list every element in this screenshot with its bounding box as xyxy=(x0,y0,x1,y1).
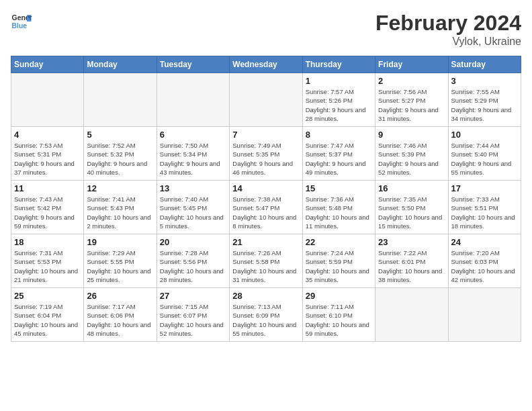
day-info: Sunrise: 7:33 AMSunset: 5:51 PMDaylight:… xyxy=(451,195,518,230)
calendar-day-cell: 4Sunrise: 7:53 AMSunset: 5:31 PMDaylight… xyxy=(11,127,84,181)
calendar-day-cell: 23Sunrise: 7:22 AMSunset: 6:01 PMDayligh… xyxy=(375,234,448,288)
calendar-day-cell: 6Sunrise: 7:50 AMSunset: 5:34 PMDaylight… xyxy=(157,127,229,181)
day-info: Sunrise: 7:15 AMSunset: 6:07 PMDaylight:… xyxy=(160,302,226,338)
day-number: 20 xyxy=(160,237,226,247)
calendar-day-cell: 9Sunrise: 7:46 AMSunset: 5:39 PMDaylight… xyxy=(375,127,448,181)
logo-icon: General Blue xyxy=(11,11,32,32)
day-info: Sunrise: 7:47 AMSunset: 5:37 PMDaylight:… xyxy=(306,141,372,177)
calendar-day-cell: 28Sunrise: 7:13 AMSunset: 6:09 PMDayligh… xyxy=(230,288,302,342)
day-info: Sunrise: 7:29 AMSunset: 5:55 PMDaylight:… xyxy=(87,248,153,284)
day-number: 18 xyxy=(14,237,81,247)
calendar-day-cell xyxy=(157,73,229,127)
day-number: 14 xyxy=(232,183,299,193)
calendar-day-cell: 13Sunrise: 7:40 AMSunset: 5:45 PMDayligh… xyxy=(157,181,229,234)
day-info: Sunrise: 7:11 AMSunset: 6:10 PMDaylight:… xyxy=(306,302,372,338)
day-number: 28 xyxy=(232,291,299,301)
calendar-table: SundayMondayTuesdayWednesdayThursdayFrid… xyxy=(11,56,521,342)
weekday-header-thursday: Thursday xyxy=(302,56,375,73)
svg-text:Blue: Blue xyxy=(12,22,28,30)
day-number: 12 xyxy=(87,183,153,193)
day-number: 25 xyxy=(14,291,81,301)
month-year-title: February 2024 xyxy=(375,11,521,36)
calendar-week-row: 4Sunrise: 7:53 AMSunset: 5:31 PMDaylight… xyxy=(11,127,521,181)
calendar-day-cell: 5Sunrise: 7:52 AMSunset: 5:32 PMDaylight… xyxy=(84,127,157,181)
day-info: Sunrise: 7:36 AMSunset: 5:48 PMDaylight:… xyxy=(306,195,372,230)
day-info: Sunrise: 7:50 AMSunset: 5:34 PMDaylight:… xyxy=(160,141,226,177)
day-number: 9 xyxy=(378,130,445,140)
day-info: Sunrise: 7:41 AMSunset: 5:43 PMDaylight:… xyxy=(87,195,153,230)
day-number: 26 xyxy=(87,291,153,301)
location-subtitle: Vylok, Ukraine xyxy=(375,36,521,48)
calendar-day-cell: 10Sunrise: 7:44 AMSunset: 5:40 PMDayligh… xyxy=(448,127,521,181)
weekday-header-monday: Monday xyxy=(84,56,157,73)
calendar-day-cell: 19Sunrise: 7:29 AMSunset: 5:55 PMDayligh… xyxy=(84,234,157,288)
calendar-day-cell: 7Sunrise: 7:49 AMSunset: 5:35 PMDaylight… xyxy=(230,127,302,181)
day-info: Sunrise: 7:55 AMSunset: 5:29 PMDaylight:… xyxy=(451,87,518,123)
day-number: 6 xyxy=(160,130,226,140)
calendar-day-cell: 1Sunrise: 7:57 AMSunset: 5:26 PMDaylight… xyxy=(302,73,375,127)
day-info: Sunrise: 7:38 AMSunset: 5:47 PMDaylight:… xyxy=(232,195,299,230)
day-number: 15 xyxy=(306,183,372,193)
calendar-day-cell: 24Sunrise: 7:20 AMSunset: 6:03 PMDayligh… xyxy=(448,234,521,288)
day-number: 17 xyxy=(451,183,518,193)
day-info: Sunrise: 7:28 AMSunset: 5:56 PMDaylight:… xyxy=(160,248,226,284)
day-info: Sunrise: 7:22 AMSunset: 6:01 PMDaylight:… xyxy=(378,248,445,284)
calendar-day-cell: 17Sunrise: 7:33 AMSunset: 5:51 PMDayligh… xyxy=(448,181,521,234)
page-header: General Blue February 2024 Vylok, Ukrain… xyxy=(11,11,521,48)
day-number: 24 xyxy=(451,237,518,247)
day-number: 3 xyxy=(451,76,518,86)
day-number: 7 xyxy=(232,130,299,140)
day-info: Sunrise: 7:46 AMSunset: 5:39 PMDaylight:… xyxy=(378,141,445,177)
calendar-day-cell: 21Sunrise: 7:26 AMSunset: 5:58 PMDayligh… xyxy=(230,234,302,288)
day-number: 27 xyxy=(160,291,226,301)
calendar-week-row: 1Sunrise: 7:57 AMSunset: 5:26 PMDaylight… xyxy=(11,73,521,127)
title-block: February 2024 Vylok, Ukraine xyxy=(375,11,521,48)
day-number: 11 xyxy=(14,183,81,193)
weekday-header-saturday: Saturday xyxy=(448,56,521,73)
day-info: Sunrise: 7:24 AMSunset: 5:59 PMDaylight:… xyxy=(306,248,372,284)
calendar-day-cell: 18Sunrise: 7:31 AMSunset: 5:53 PMDayligh… xyxy=(11,234,84,288)
calendar-day-cell: 29Sunrise: 7:11 AMSunset: 6:10 PMDayligh… xyxy=(302,288,375,342)
calendar-week-row: 25Sunrise: 7:19 AMSunset: 6:04 PMDayligh… xyxy=(11,288,521,342)
calendar-day-cell: 8Sunrise: 7:47 AMSunset: 5:37 PMDaylight… xyxy=(302,127,375,181)
calendar-day-cell: 26Sunrise: 7:17 AMSunset: 6:06 PMDayligh… xyxy=(84,288,157,342)
day-info: Sunrise: 7:17 AMSunset: 6:06 PMDaylight:… xyxy=(87,302,153,338)
day-info: Sunrise: 7:49 AMSunset: 5:35 PMDaylight:… xyxy=(232,141,299,177)
day-number: 29 xyxy=(306,291,372,301)
calendar-day-cell: 25Sunrise: 7:19 AMSunset: 6:04 PMDayligh… xyxy=(11,288,84,342)
calendar-day-cell: 22Sunrise: 7:24 AMSunset: 5:59 PMDayligh… xyxy=(302,234,375,288)
day-number: 8 xyxy=(306,130,372,140)
day-number: 22 xyxy=(306,237,372,247)
calendar-day-cell xyxy=(375,288,448,342)
day-info: Sunrise: 7:26 AMSunset: 5:58 PMDaylight:… xyxy=(232,248,299,284)
calendar-day-cell xyxy=(230,73,302,127)
day-info: Sunrise: 7:56 AMSunset: 5:27 PMDaylight:… xyxy=(378,87,445,123)
calendar-day-cell: 15Sunrise: 7:36 AMSunset: 5:48 PMDayligh… xyxy=(302,181,375,234)
calendar-day-cell: 12Sunrise: 7:41 AMSunset: 5:43 PMDayligh… xyxy=(84,181,157,234)
weekday-header-sunday: Sunday xyxy=(11,56,84,73)
logo: General Blue xyxy=(11,11,32,32)
calendar-day-cell: 2Sunrise: 7:56 AMSunset: 5:27 PMDaylight… xyxy=(375,73,448,127)
day-number: 4 xyxy=(14,130,81,140)
day-number: 23 xyxy=(378,237,445,247)
day-info: Sunrise: 7:35 AMSunset: 5:50 PMDaylight:… xyxy=(378,195,445,230)
day-number: 13 xyxy=(160,183,226,193)
weekday-header-friday: Friday xyxy=(375,56,448,73)
day-info: Sunrise: 7:44 AMSunset: 5:40 PMDaylight:… xyxy=(451,141,518,177)
weekday-header-row: SundayMondayTuesdayWednesdayThursdayFrid… xyxy=(11,56,521,73)
day-number: 21 xyxy=(232,237,299,247)
day-info: Sunrise: 7:57 AMSunset: 5:26 PMDaylight:… xyxy=(306,87,372,123)
calendar-week-row: 18Sunrise: 7:31 AMSunset: 5:53 PMDayligh… xyxy=(11,234,521,288)
calendar-day-cell xyxy=(84,73,157,127)
day-number: 5 xyxy=(87,130,153,140)
calendar-day-cell: 20Sunrise: 7:28 AMSunset: 5:56 PMDayligh… xyxy=(157,234,229,288)
calendar-day-cell: 14Sunrise: 7:38 AMSunset: 5:47 PMDayligh… xyxy=(230,181,302,234)
day-number: 19 xyxy=(87,237,153,247)
day-number: 2 xyxy=(378,76,445,86)
day-number: 16 xyxy=(378,183,445,193)
weekday-header-tuesday: Tuesday xyxy=(157,56,229,73)
calendar-day-cell: 16Sunrise: 7:35 AMSunset: 5:50 PMDayligh… xyxy=(375,181,448,234)
day-info: Sunrise: 7:31 AMSunset: 5:53 PMDaylight:… xyxy=(14,248,81,284)
calendar-day-cell: 11Sunrise: 7:43 AMSunset: 5:42 PMDayligh… xyxy=(11,181,84,234)
calendar-day-cell: 27Sunrise: 7:15 AMSunset: 6:07 PMDayligh… xyxy=(157,288,229,342)
